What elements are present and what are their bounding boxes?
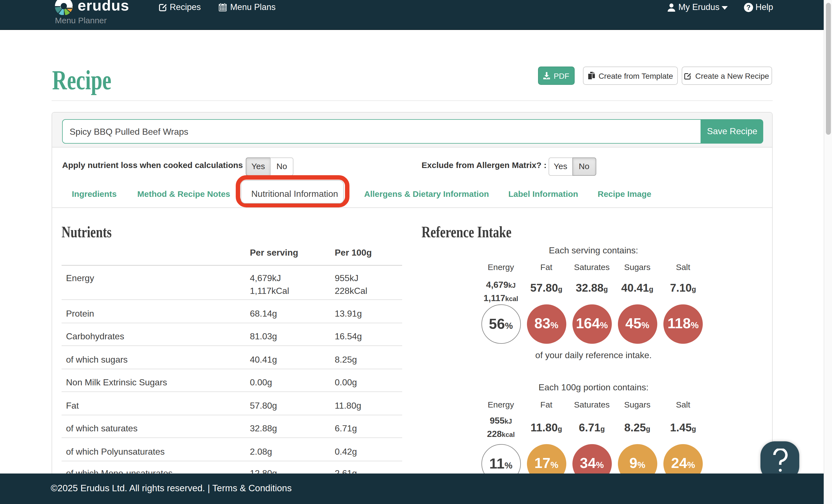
svg-text:?: ? (746, 4, 751, 11)
